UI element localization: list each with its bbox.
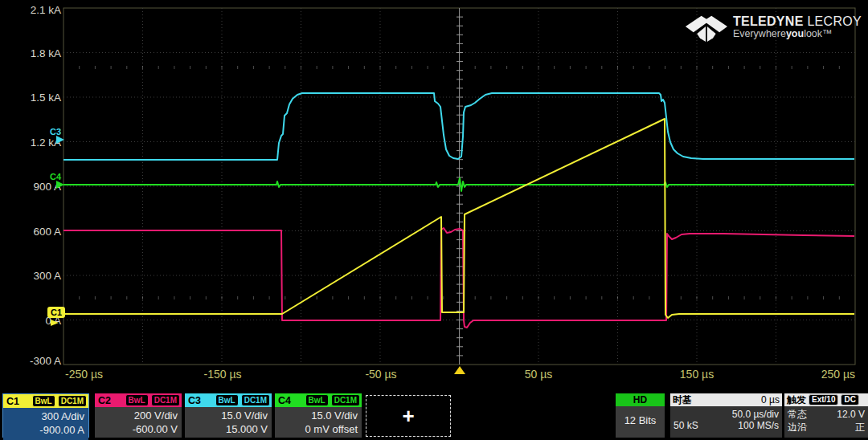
dc1m-badge: DC1M: [331, 394, 360, 406]
y-axis-label: -300 A: [30, 355, 61, 367]
channel-offset: -900.00 A: [3, 423, 84, 437]
channel-descriptor-c2[interactable]: C2BwLDC1M200 V/div-600.00 V: [95, 393, 182, 438]
bwl-badge: BwL: [32, 395, 55, 407]
x-axis-label: -50 µs: [365, 368, 396, 381]
teledyne-arrow-icon: [685, 11, 728, 43]
timebase-samples: 50 kS: [674, 420, 698, 431]
bwl-badge: BwL: [215, 394, 239, 406]
y-axis-label: 1.8 kA: [31, 47, 61, 59]
dc1m-badge: DC1M: [151, 394, 180, 406]
trigger-slope: 正: [855, 421, 865, 434]
x-axis-label: -150 µs: [204, 368, 242, 381]
trigger-position-marker[interactable]: [454, 366, 465, 374]
timebase-title: 时基: [673, 393, 692, 407]
hd-badge: HD: [633, 394, 647, 405]
channel-header: C3BwLDC1M: [185, 393, 272, 407]
logo-tagline-post: look™: [804, 28, 832, 39]
channel-offset: 0 mV offset: [275, 422, 358, 436]
channel-descriptor-c1[interactable]: C1BwLDC1M300 A/div-900.00 A: [2, 393, 89, 438]
trigger-title: 触发: [787, 393, 806, 407]
waveform-display: 2.1 kA1.8 kA1.5 kA1.2 kA900 A600 A300 A0…: [0, 0, 868, 440]
logo-brand-light: LECROY: [804, 14, 862, 28]
channel-scale: 300 A/div: [3, 409, 84, 423]
trigger-coupling-badge: DC: [841, 394, 858, 405]
channel-scale: 15.0 V/div: [275, 409, 358, 422]
channel-header: C2BwLDC1M: [95, 393, 182, 407]
trigger-kind: 边沿: [788, 421, 807, 434]
bwl-badge: BwL: [125, 394, 149, 406]
channel-descriptor-c3[interactable]: C3BwLDC1M15.0 V/div15.000 V: [185, 393, 272, 438]
channel-descriptor-c4[interactable]: C4BwLDC1M15.0 V/div0 mV offset: [275, 393, 362, 438]
c1-channel-marker-label: C1: [51, 308, 62, 317]
dc1m-badge: DC1M: [58, 395, 87, 407]
y-axis-label: 2.1 kA: [31, 4, 61, 16]
channel-scale: 15.0 V/div: [185, 409, 268, 422]
channel-header: C1BwLDC1M: [3, 394, 88, 408]
plus-icon: +: [402, 404, 414, 429]
timebase-box[interactable]: 时基 0 µs 50.0 µs/div 50 kS 100 MS/s: [670, 393, 782, 438]
timebase-rate: 100 MS/s: [738, 420, 779, 431]
timebase-delay-value: 0 µs: [761, 394, 780, 405]
bwl-badge: BwL: [305, 394, 329, 406]
trigger-mode: 常态: [788, 408, 807, 421]
channel-scale: 200 V/div: [95, 409, 178, 422]
logo-text: TELEDYNE LECROY Everywhereyoulook™: [733, 15, 862, 39]
logo-tagline-bold: you: [786, 28, 804, 39]
channel-id-label: C2: [98, 395, 111, 406]
channel-offset: -600.00 V: [95, 422, 178, 436]
logo-tagline-pre: Everywhere: [733, 28, 786, 39]
c3-channel-marker[interactable]: C3: [50, 127, 61, 136]
channel-offset: 15.000 V: [185, 422, 268, 436]
channel-settings: 300 A/div-900.00 A: [3, 408, 88, 440]
y-axis-label: 600 A: [33, 226, 61, 238]
teledyne-lecroy-logo: TELEDYNE LECROY Everywhereyoulook™: [685, 10, 862, 45]
channel-id-label: C3: [188, 395, 201, 406]
channel-settings: 15.0 V/div15.000 V: [185, 407, 272, 439]
hd-mode-box[interactable]: HD 12 Bits: [616, 393, 665, 438]
channel-id-label: C1: [6, 396, 19, 407]
x-axis-label: 50 µs: [525, 368, 553, 381]
channel-header: C4BwLDC1M: [275, 393, 362, 407]
oscilloscope-screen: 2.1 kA1.8 kA1.5 kA1.2 kA900 A600 A300 A0…: [0, 0, 868, 440]
y-axis-label: 1.5 kA: [31, 92, 61, 104]
x-axis-label: 250 µs: [821, 368, 855, 381]
trigger-box[interactable]: 触发 Ext/10 DC 常态 12.0 V 边沿 正: [784, 393, 868, 438]
hd-bits-value: 12 Bits: [616, 406, 665, 426]
channel-settings: 200 V/div-600.00 V: [95, 407, 182, 439]
channel-id-label: C4: [278, 395, 291, 406]
x-axis-label: 150 µs: [680, 368, 714, 381]
add-channel-button[interactable]: +: [366, 395, 451, 437]
logo-brand-bold: TELEDYNE: [733, 14, 804, 28]
y-axis-label: 300 A: [33, 270, 61, 282]
timebase-scale: 50.0 µs/div: [674, 409, 779, 420]
trigger-level: 12.0 V: [837, 408, 865, 421]
c4-channel-marker[interactable]: C4: [50, 172, 62, 181]
trigger-source-badge: Ext/10: [809, 394, 838, 405]
channel-settings: 15.0 V/div0 mV offset: [275, 407, 362, 439]
x-axis-label: -250 µs: [65, 368, 103, 381]
dc1m-badge: DC1M: [241, 394, 270, 406]
